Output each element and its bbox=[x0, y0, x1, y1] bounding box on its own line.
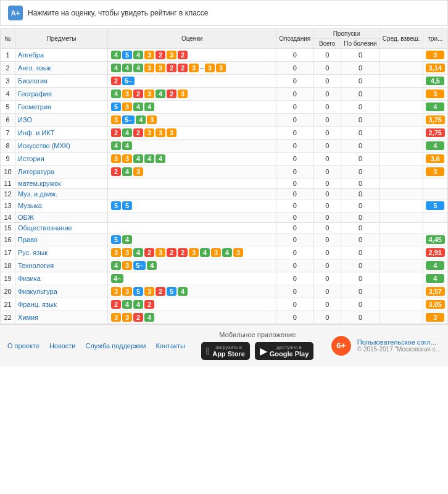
subject-cell[interactable]: Обществознание bbox=[15, 223, 108, 233]
grade-badge[interactable]: 4 bbox=[156, 154, 165, 163]
grade-badge[interactable]: 4 bbox=[144, 154, 154, 163]
grade-badge[interactable]: 4 bbox=[122, 141, 132, 150]
grade-badge[interactable]: 3 bbox=[178, 90, 188, 98]
grade-badge[interactable]: 3 bbox=[122, 287, 132, 296]
grade-badge[interactable]: 4– bbox=[111, 274, 123, 283]
grade-badge[interactable]: 2 bbox=[167, 64, 176, 72]
grade-badge[interactable]: 4 bbox=[122, 300, 132, 309]
user-agreement-link[interactable]: Пользовательское согл... bbox=[357, 338, 436, 346]
grade-badge[interactable]: 3 bbox=[144, 128, 154, 137]
google-play-button[interactable]: ▶ доступно в Google Play bbox=[255, 342, 314, 360]
subject-cell[interactable]: Музыка bbox=[15, 199, 108, 212]
grade-badge[interactable]: 2 bbox=[144, 300, 154, 309]
grade-badge[interactable]: 5 bbox=[111, 103, 121, 111]
subject-cell[interactable]: Химия bbox=[15, 311, 108, 324]
subject-cell[interactable]: Литература bbox=[15, 165, 108, 178]
subject-cell[interactable]: Технология bbox=[15, 259, 108, 272]
grade-badge[interactable]: 2 bbox=[167, 248, 176, 257]
grade-badge[interactable]: 4 bbox=[111, 141, 121, 150]
grade-badge[interactable]: 3 bbox=[122, 90, 132, 98]
grade-badge[interactable]: 2 bbox=[111, 77, 121, 85]
grade-badge[interactable]: 5 bbox=[133, 287, 143, 296]
grade-badge[interactable]: 2 bbox=[178, 51, 188, 59]
subject-cell[interactable]: Англ. язык bbox=[15, 62, 108, 75]
subject-cell[interactable]: ИЗО bbox=[15, 114, 108, 127]
grade-badge[interactable]: 3 bbox=[147, 115, 157, 124]
grade-badge[interactable]: 2 bbox=[156, 51, 165, 59]
grade-badge[interactable]: 2 bbox=[178, 248, 188, 257]
grade-badge[interactable]: 4 bbox=[156, 90, 165, 98]
grade-badge[interactable]: 2 bbox=[156, 287, 165, 296]
subject-cell[interactable]: Биология bbox=[15, 75, 108, 88]
subject-cell[interactable]: Искусство (МХК) bbox=[15, 140, 108, 153]
grade-badge[interactable]: 2 bbox=[133, 313, 143, 322]
grade-badge[interactable]: 4 bbox=[122, 64, 132, 72]
grade-badge[interactable]: 3 bbox=[156, 64, 165, 72]
subject-cell[interactable]: Франц. язык bbox=[15, 298, 108, 311]
grade-badge[interactable]: 3 bbox=[122, 248, 132, 257]
grade-badge[interactable]: 5– bbox=[122, 115, 135, 124]
grade-badge[interactable]: 3 bbox=[111, 287, 121, 296]
grade-badge[interactable]: 4 bbox=[222, 248, 232, 257]
grade-badge[interactable]: 3 bbox=[144, 51, 154, 59]
footer-link-about[interactable]: О проекте bbox=[7, 342, 39, 350]
grade-badge[interactable]: 4 bbox=[133, 103, 143, 111]
grade-badge[interactable]: 3 bbox=[122, 261, 132, 270]
footer-link-support[interactable]: Служба поддержки bbox=[85, 342, 146, 350]
subject-cell[interactable]: ОБЖ bbox=[15, 212, 108, 223]
app-store-button[interactable]:  Загрузить в App Store bbox=[201, 342, 249, 360]
grade-badge[interactable]: 5 bbox=[111, 235, 121, 244]
grade-badge[interactable]: 4 bbox=[122, 128, 132, 137]
grade-badge[interactable]: 3 bbox=[189, 64, 199, 72]
grade-badge[interactable]: 4 bbox=[111, 64, 121, 72]
grade-badge[interactable]: 4 bbox=[200, 248, 210, 257]
grade-badge[interactable]: 3 bbox=[189, 248, 199, 257]
grade-badge[interactable]: 3 bbox=[205, 64, 215, 72]
grade-badge[interactable]: 2 bbox=[111, 300, 121, 309]
grade-badge[interactable]: 4 bbox=[111, 261, 121, 270]
grade-badge[interactable]: 4 bbox=[144, 313, 154, 322]
grade-badge[interactable]: 3 bbox=[111, 313, 121, 322]
subject-cell[interactable]: Муз. и движ. bbox=[15, 189, 108, 199]
subject-cell[interactable]: История bbox=[15, 153, 108, 165]
grade-badge[interactable]: 2 bbox=[144, 248, 154, 257]
grade-badge[interactable]: 5– bbox=[133, 261, 146, 270]
grade-badge[interactable]: 5 bbox=[122, 51, 132, 59]
grade-badge[interactable]: 4 bbox=[111, 51, 121, 59]
grade-badge[interactable]: 4 bbox=[133, 154, 143, 163]
grade-badge[interactable]: 3 bbox=[144, 64, 154, 72]
grade-badge[interactable]: 3 bbox=[156, 248, 165, 257]
grade-badge[interactable]: 5 bbox=[111, 201, 121, 210]
grade-badge[interactable]: 2 bbox=[133, 128, 143, 137]
grade-badge[interactable]: 4 bbox=[133, 248, 143, 257]
grade-badge[interactable]: 3 bbox=[111, 154, 121, 163]
subject-cell[interactable]: Физика bbox=[15, 272, 108, 285]
subject-cell[interactable]: Алгебра bbox=[15, 49, 108, 62]
grade-badge[interactable]: 4 bbox=[122, 167, 132, 176]
grade-badge[interactable]: 3 bbox=[156, 128, 165, 137]
grade-badge[interactable]: 3 bbox=[167, 51, 176, 59]
grade-badge[interactable]: 3 bbox=[122, 313, 132, 322]
grade-badge[interactable]: 4 bbox=[133, 64, 143, 72]
grade-badge[interactable]: 4 bbox=[136, 115, 146, 124]
grade-badge[interactable]: 3 bbox=[233, 248, 243, 257]
subject-cell[interactable]: Инф. и ИКТ bbox=[15, 127, 108, 140]
grade-badge[interactable]: 3 bbox=[122, 154, 132, 163]
subject-cell[interactable]: Рус. язык bbox=[15, 246, 108, 259]
grade-badge[interactable]: 3 bbox=[144, 287, 154, 296]
grade-badge[interactable]: 2 bbox=[133, 90, 143, 98]
footer-link-contacts[interactable]: Контакты bbox=[156, 342, 185, 350]
grade-badge[interactable]: 4 bbox=[133, 51, 143, 59]
grade-badge[interactable]: 5 bbox=[122, 201, 132, 210]
grade-badge[interactable]: 5– bbox=[122, 77, 135, 85]
grade-badge[interactable]: 3 bbox=[111, 248, 121, 257]
grade-badge[interactable]: 5 bbox=[167, 287, 176, 296]
grade-badge[interactable]: 3 bbox=[133, 167, 143, 176]
grade-badge[interactable]: 2 bbox=[111, 167, 121, 176]
footer-link-news[interactable]: Новости bbox=[49, 342, 76, 350]
subject-cell[interactable]: Право bbox=[15, 233, 108, 246]
grade-badge[interactable]: 3 bbox=[211, 248, 221, 257]
grade-badge[interactable]: 4 bbox=[147, 261, 157, 270]
subject-cell[interactable]: Геометрия bbox=[15, 101, 108, 114]
grade-badge[interactable]: 3 bbox=[167, 128, 176, 137]
